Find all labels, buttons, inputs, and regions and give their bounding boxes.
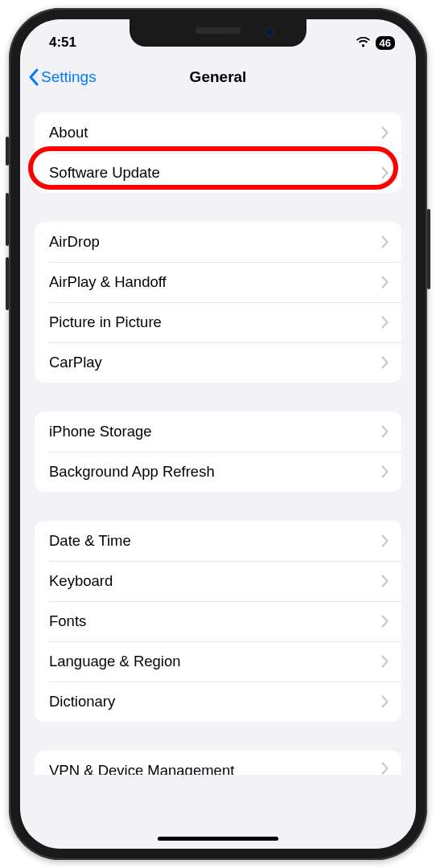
wifi-icon <box>356 37 371 48</box>
chevron-right-icon <box>381 655 389 668</box>
screen: 4:51 46 Settings General AboutSoftware U… <box>20 19 416 849</box>
row-date-time[interactable]: Date & Time <box>35 521 401 561</box>
status-time: 4:51 <box>49 35 76 51</box>
battery-icon: 46 <box>376 36 395 50</box>
chevron-right-icon <box>381 276 389 289</box>
chevron-right-icon <box>381 425 389 438</box>
row-label: Fonts <box>49 612 86 630</box>
chevron-right-icon <box>381 166 389 179</box>
row-label: AirPlay & Handoff <box>49 273 167 291</box>
row-fonts[interactable]: Fonts <box>35 601 401 641</box>
row-language-region[interactable]: Language & Region <box>35 641 401 682</box>
chevron-right-icon <box>381 575 389 588</box>
notch <box>130 19 306 47</box>
settings-group: Date & TimeKeyboardFontsLanguage & Regio… <box>35 521 401 722</box>
chevron-right-icon <box>381 695 389 708</box>
notch-speaker <box>195 27 241 34</box>
row-picture-in-picture[interactable]: Picture in Picture <box>35 302 401 342</box>
row-label: Date & Time <box>49 532 131 550</box>
volume-up-button <box>6 193 9 246</box>
chevron-right-icon <box>381 126 389 139</box>
row-label: AirDrop <box>49 233 100 251</box>
back-label: Settings <box>41 68 97 86</box>
row-software-update[interactable]: Software Update <box>35 153 401 193</box>
chevron-right-icon <box>381 615 389 628</box>
row-label: Keyboard <box>49 572 113 590</box>
row-label: CarPlay <box>49 354 102 371</box>
silent-switch <box>6 137 9 166</box>
row-label: Picture in Picture <box>49 313 162 331</box>
side-button <box>427 209 430 289</box>
chevron-right-icon <box>381 235 389 248</box>
row-iphone-storage[interactable]: iPhone Storage <box>35 411 401 452</box>
row-airplay-handoff[interactable]: AirPlay & Handoff <box>35 262 401 302</box>
status-right: 46 <box>356 36 395 50</box>
settings-group: iPhone StorageBackground App Refresh <box>35 411 401 492</box>
nav-bar: Settings General <box>20 58 416 96</box>
chevron-left-icon <box>28 68 39 86</box>
row-about[interactable]: About <box>35 113 401 153</box>
row-label: Background App Refresh <box>49 463 215 481</box>
row-label: VPN & Device Management <box>49 762 234 775</box>
row-label: About <box>49 124 88 141</box>
phone-frame: 4:51 46 Settings General AboutSoftware U… <box>9 8 427 860</box>
chevron-right-icon <box>381 465 389 478</box>
chevron-right-icon <box>381 534 389 547</box>
chevron-right-icon <box>381 356 389 369</box>
row-label: Software Update <box>49 164 160 182</box>
chevron-right-icon <box>381 316 389 329</box>
row-airdrop[interactable]: AirDrop <box>35 222 401 262</box>
row-dictionary[interactable]: Dictionary <box>35 682 401 722</box>
settings-group: AirDropAirPlay & HandoffPicture in Pictu… <box>35 222 401 383</box>
chevron-right-icon <box>381 762 389 775</box>
row-background-app-refresh[interactable]: Background App Refresh <box>35 452 401 492</box>
notch-camera <box>265 27 274 37</box>
settings-group: AboutSoftware Update <box>35 113 401 193</box>
row-label: Language & Region <box>49 653 181 670</box>
content-area: AboutSoftware UpdateAirDropAirPlay & Han… <box>20 113 416 775</box>
row-label: iPhone Storage <box>49 423 152 440</box>
row-label: Dictionary <box>49 693 115 710</box>
back-button[interactable]: Settings <box>28 68 97 86</box>
row-carplay[interactable]: CarPlay <box>35 342 401 383</box>
row-keyboard[interactable]: Keyboard <box>35 561 401 601</box>
volume-down-button <box>6 257 9 310</box>
battery-percent: 46 <box>380 38 391 48</box>
row-vpn-device-management[interactable]: VPN & Device Management <box>35 751 401 775</box>
home-indicator[interactable] <box>158 837 278 841</box>
